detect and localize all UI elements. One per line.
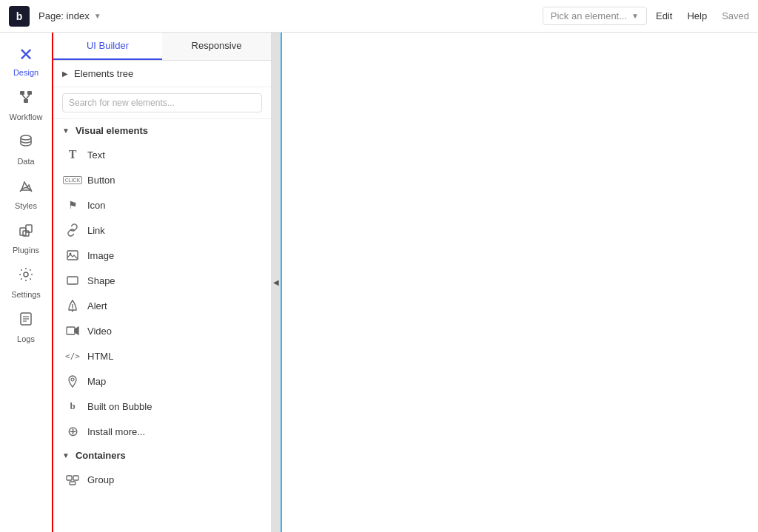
svg-rect-0 bbox=[20, 91, 24, 95]
panel: UI Builder Responsive ▶ Elements tree ▼ … bbox=[53, 33, 272, 532]
logo: b bbox=[9, 6, 30, 27]
bubble-icon: b bbox=[65, 399, 80, 414]
map-label: Map bbox=[87, 376, 106, 387]
sidebar-item-logs[interactable]: Logs bbox=[1, 305, 51, 349]
logs-label: Logs bbox=[17, 334, 35, 343]
link-icon bbox=[65, 223, 80, 238]
element-shape[interactable]: Shape bbox=[53, 268, 271, 293]
element-alert[interactable]: Alert bbox=[53, 293, 271, 318]
alert-label: Alert bbox=[87, 300, 107, 312]
element-map[interactable]: Map bbox=[53, 368, 271, 394]
workflow-label: Workflow bbox=[9, 112, 42, 121]
visual-elements-label: Visual elements bbox=[76, 125, 148, 136]
svg-point-17 bbox=[72, 310, 73, 312]
help-button[interactable]: Help bbox=[687, 10, 707, 21]
icon-icon: ⚑ bbox=[65, 198, 80, 212]
map-icon bbox=[65, 374, 80, 388]
collapse-arrow-icon: ◀ bbox=[273, 278, 279, 286]
plugins-icon bbox=[18, 222, 34, 243]
link-label: Link bbox=[87, 225, 105, 236]
sidebar-item-workflow[interactable]: Workflow bbox=[1, 83, 51, 127]
element-button[interactable]: CLICK Button bbox=[53, 167, 271, 192]
elements-tree-header[interactable]: ▶ Elements tree bbox=[53, 61, 271, 87]
svg-rect-22 bbox=[73, 476, 78, 480]
data-icon bbox=[18, 133, 34, 154]
element-text[interactable]: T Text bbox=[53, 142, 271, 167]
svg-rect-21 bbox=[67, 476, 72, 480]
settings-label: Settings bbox=[11, 290, 41, 299]
svg-rect-19 bbox=[67, 327, 75, 334]
video-icon bbox=[65, 323, 80, 338]
sidebar-item-data[interactable]: Data bbox=[1, 127, 51, 172]
search-box bbox=[53, 87, 271, 119]
svg-point-9 bbox=[24, 272, 28, 277]
panel-body: ▶ Elements tree ▼ Visual elements T Text… bbox=[53, 61, 271, 532]
svg-point-5 bbox=[21, 135, 31, 140]
visual-elements-header[interactable]: ▼ Visual elements bbox=[53, 119, 271, 142]
styles-icon bbox=[18, 178, 34, 198]
topbar-actions: Edit Help Saved bbox=[656, 10, 749, 21]
shape-icon bbox=[65, 273, 80, 288]
svg-rect-14 bbox=[67, 251, 78, 260]
text-label: Text bbox=[87, 149, 105, 161]
install-more-icon: ⊕ bbox=[65, 424, 80, 439]
sidebar-nav: ✕ Design Workflow bbox=[0, 33, 53, 532]
element-install-more[interactable]: ⊕ Install more... bbox=[53, 419, 271, 444]
element-icon[interactable]: ⚑ Icon bbox=[53, 192, 271, 218]
svg-rect-2 bbox=[24, 99, 28, 103]
element-built-on-bubble[interactable]: b Built on Bubble bbox=[53, 394, 271, 419]
text-icon: T bbox=[65, 147, 80, 162]
search-input[interactable] bbox=[62, 93, 262, 112]
element-picker[interactable]: Pick an element... ▼ bbox=[543, 7, 647, 25]
containers-label: Containers bbox=[76, 450, 126, 461]
image-label: Image bbox=[87, 250, 114, 261]
element-group[interactable]: Group bbox=[53, 467, 271, 492]
group-icon bbox=[65, 472, 80, 487]
collapse-handle[interactable]: ◀ bbox=[272, 33, 281, 532]
html-icon: </> bbox=[65, 349, 80, 363]
visual-elements-arrow: ▼ bbox=[62, 127, 70, 135]
page-label: Page: index bbox=[38, 10, 90, 21]
html-label: HTML bbox=[87, 351, 113, 362]
install-more-label: Install more... bbox=[87, 426, 145, 437]
containers-header[interactable]: ▼ Containers bbox=[53, 444, 271, 467]
icon-label: Icon bbox=[87, 200, 106, 211]
svg-rect-1 bbox=[27, 91, 32, 95]
group-label: Group bbox=[87, 474, 114, 485]
sidebar-item-design[interactable]: ✕ Design bbox=[1, 38, 51, 83]
tab-ui-builder[interactable]: UI Builder bbox=[53, 33, 162, 60]
design-icon: ✕ bbox=[19, 44, 33, 65]
svg-line-3 bbox=[22, 95, 26, 99]
topbar: b Page: index ▼ Pick an element... ▼ Edi… bbox=[0, 0, 758, 33]
main-layout: ✕ Design Workflow bbox=[0, 33, 758, 532]
element-image[interactable]: Image bbox=[53, 243, 271, 268]
canvas[interactable] bbox=[281, 33, 758, 532]
design-label: Design bbox=[13, 68, 38, 77]
element-html[interactable]: </> HTML bbox=[53, 343, 271, 368]
logs-icon bbox=[18, 311, 34, 331]
button-label: Button bbox=[87, 175, 115, 186]
page-selector[interactable]: Page: index ▼ bbox=[38, 10, 101, 21]
svg-line-4 bbox=[26, 95, 30, 99]
data-label: Data bbox=[17, 157, 34, 166]
styles-label: Styles bbox=[15, 201, 37, 210]
element-video[interactable]: Video bbox=[53, 318, 271, 343]
button-icon: CLICK bbox=[65, 172, 80, 187]
sidebar-item-settings[interactable]: Settings bbox=[1, 260, 51, 305]
pick-dropdown-arrow: ▼ bbox=[631, 12, 639, 20]
tab-responsive[interactable]: Responsive bbox=[162, 33, 271, 60]
workflow-icon bbox=[18, 89, 34, 110]
alert-icon bbox=[65, 298, 80, 313]
elements-tree-label: Elements tree bbox=[74, 68, 133, 79]
video-label: Video bbox=[87, 326, 112, 337]
plugins-label: Plugins bbox=[13, 246, 39, 255]
edit-button[interactable]: Edit bbox=[656, 10, 672, 21]
svg-rect-16 bbox=[67, 277, 78, 284]
sidebar-item-plugins[interactable]: Plugins bbox=[1, 216, 51, 260]
sidebar-item-styles[interactable]: Styles bbox=[1, 172, 51, 216]
svg-rect-23 bbox=[70, 482, 76, 485]
element-link[interactable]: Link bbox=[53, 218, 271, 243]
canvas-guide-line bbox=[281, 33, 282, 532]
shape-label: Shape bbox=[87, 275, 115, 286]
svg-point-20 bbox=[71, 378, 74, 381]
